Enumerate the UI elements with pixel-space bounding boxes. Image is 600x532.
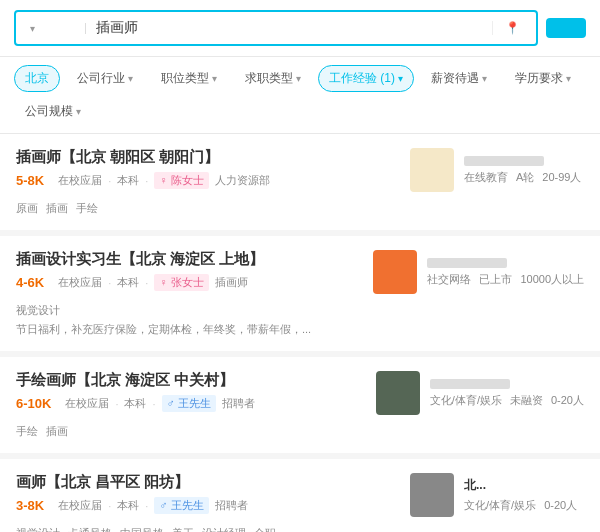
chevron-down-icon: ▾ (212, 73, 217, 84)
dot: · (108, 277, 111, 289)
filter-label-education: 学历要求 (515, 70, 563, 87)
job-header: 画师【北京 昌平区 阳坊】 3-8K 在校应届 · 本科 · ♂ 王先生 招聘者… (16, 473, 584, 520)
job-card: 手绘画师【北京 海淀区 中关村】 6-10K 在校应届 · 本科 · ♂ 王先生… (0, 357, 600, 453)
job-tags: 原画插画手绘 (16, 201, 584, 216)
filter-label-company_type: 公司行业 (77, 70, 125, 87)
gender-tag: ♂ 王先生 (154, 497, 208, 514)
job-card: 画师【北京 昌平区 阳坊】 3-8K 在校应届 · 本科 · ♂ 王先生 招聘者… (0, 459, 600, 532)
company-name: 北... (464, 477, 486, 494)
company-meta: 文化/体育/娱乐 0-20人 (464, 498, 584, 513)
company-name-placeholder (427, 258, 507, 268)
dot: · (145, 500, 148, 512)
job-tag: 中国风格 (120, 527, 164, 532)
company-info: 北... 文化/体育/娱乐 0-20人 (464, 477, 584, 513)
job-salary: 5-8K (16, 173, 44, 188)
company-type: 在线教育 (464, 170, 508, 185)
company-meta: 在线教育 A轮 20-99人 (464, 170, 584, 185)
job-title[interactable]: 插画师【北京 朝阳区 朝阳门】 (16, 148, 384, 167)
filter-job_type[interactable]: 求职类型▾ (234, 65, 312, 92)
filter-label-salary: 薪资待遇 (431, 70, 479, 87)
job-meta: 4-6K 在校应届 · 本科 · ♀ 张女士 插画师 (16, 274, 373, 291)
job-header: 手绘画师【北京 海淀区 中关村】 6-10K 在校应届 · 本科 · ♂ 王先生… (16, 371, 584, 418)
dot: · (145, 277, 148, 289)
company-type: 文化/体育/娱乐 (464, 498, 536, 513)
company-logo (373, 250, 417, 294)
company-stage: 已上市 (479, 272, 512, 287)
filter-position_type[interactable]: 职位类型▾ (150, 65, 228, 92)
job-list: 插画师【北京 朝阳区 朝阳门】 5-8K 在校应届 · 本科 · ♀ 陈女士 人… (0, 134, 600, 532)
job-dept: 插画师 (215, 275, 248, 290)
job-title[interactable]: 插画设计实习生【北京 海淀区 上地】 (16, 250, 373, 269)
gender-tag: ♂ 王先生 (162, 395, 216, 412)
filter-label-city: 北京 (25, 70, 49, 87)
filter-label-experience: 工作经验 (1) (329, 70, 395, 87)
search-input[interactable] (86, 12, 492, 44)
filter-education[interactable]: 学历要求▾ (504, 65, 582, 92)
job-meta: 3-8K 在校应届 · 本科 · ♂ 王先生 招聘者 (16, 497, 384, 514)
city-selector[interactable]: ▾ (16, 23, 86, 34)
job-title[interactable]: 手绘画师【北京 海淀区 中关村】 (16, 371, 376, 390)
filter-company_type[interactable]: 公司行业▾ (66, 65, 144, 92)
job-status: 在校应届 (58, 173, 102, 188)
company-name-row: 北... (464, 477, 584, 494)
job-dept: 招聘者 (222, 396, 255, 411)
company-logo (410, 473, 454, 517)
company-name-placeholder (464, 156, 544, 166)
filter-label-position_type: 职位类型 (161, 70, 209, 87)
job-left: 画师【北京 昌平区 阳坊】 3-8K 在校应届 · 本科 · ♂ 王先生 招聘者 (16, 473, 384, 520)
chevron-down-icon: ▾ (30, 23, 35, 34)
filter-salary[interactable]: 薪资待遇▾ (420, 65, 498, 92)
chevron-down-icon: ▾ (398, 73, 403, 84)
job-left: 手绘画师【北京 海淀区 中关村】 6-10K 在校应届 · 本科 · ♂ 王先生… (16, 371, 376, 418)
welfare-text: 节日福利，补充医疗保险，定期体检，年终奖，带薪年假，... (16, 322, 584, 337)
company-logo (410, 148, 454, 192)
job-card: 插画师【北京 朝阳区 朝阳门】 5-8K 在校应届 · 本科 · ♀ 陈女士 人… (0, 134, 600, 230)
filter-city[interactable]: 北京 (14, 65, 60, 92)
job-education: 本科 (117, 173, 139, 188)
dot: · (115, 398, 118, 410)
job-right: 北... 文化/体育/娱乐 0-20人 (384, 473, 584, 517)
location-button[interactable]: 📍 (492, 21, 536, 35)
job-status: 在校应届 (65, 396, 109, 411)
chevron-down-icon: ▾ (482, 73, 487, 84)
company-info: 社交网络 已上市 10000人以上 (427, 258, 584, 287)
job-right: 在线教育 A轮 20-99人 (384, 148, 584, 192)
company-stage: 未融资 (510, 393, 543, 408)
job-status: 在校应届 (58, 498, 102, 513)
filter-experience[interactable]: 工作经验 (1)▾ (318, 65, 414, 92)
job-meta: 5-8K 在校应届 · 本科 · ♀ 陈女士 人力资源部 (16, 172, 384, 189)
company-name-row (430, 379, 584, 389)
job-right: 社交网络 已上市 10000人以上 (373, 250, 584, 294)
company-size: 10000人以上 (520, 272, 584, 287)
job-title[interactable]: 画师【北京 昌平区 阳坊】 (16, 473, 384, 492)
job-education: 本科 (117, 275, 139, 290)
company-name-placeholder (430, 379, 510, 389)
job-meta: 6-10K 在校应届 · 本科 · ♂ 王先生 招聘者 (16, 395, 376, 412)
job-right: 文化/体育/娱乐 未融资 0-20人 (376, 371, 584, 415)
job-tag: 全职 (254, 527, 276, 532)
job-tag: 插画 (46, 202, 68, 214)
filter-company_size[interactable]: 公司规模▾ (14, 98, 92, 125)
job-tag: 手绘 (76, 202, 98, 214)
job-tag: 美工 (172, 527, 194, 532)
dot: · (152, 398, 155, 410)
search-button[interactable] (546, 18, 586, 38)
company-name-row (427, 258, 584, 268)
company-logo (376, 371, 420, 415)
company-size: 0-20人 (544, 498, 577, 513)
job-tag: 设计经理 (202, 527, 246, 532)
job-salary: 3-8K (16, 498, 44, 513)
job-dept: 招聘者 (215, 498, 248, 513)
company-info: 在线教育 A轮 20-99人 (464, 156, 584, 185)
chevron-down-icon: ▾ (76, 106, 81, 117)
dot: · (108, 175, 111, 187)
filter-label-company_size: 公司规模 (25, 103, 73, 120)
company-name-row (464, 156, 584, 166)
job-header: 插画师【北京 朝阳区 朝阳门】 5-8K 在校应届 · 本科 · ♀ 陈女士 人… (16, 148, 584, 195)
company-type: 文化/体育/娱乐 (430, 393, 502, 408)
company-size: 0-20人 (551, 393, 584, 408)
job-education: 本科 (124, 396, 146, 411)
job-salary: 4-6K (16, 275, 44, 290)
job-left: 插画设计实习生【北京 海淀区 上地】 4-6K 在校应届 · 本科 · ♀ 张女… (16, 250, 373, 297)
job-education: 本科 (117, 498, 139, 513)
